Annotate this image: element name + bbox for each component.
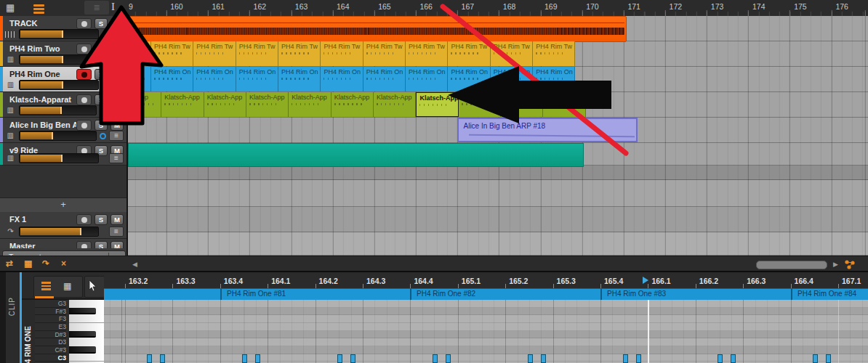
playhead-marker[interactable] [643,277,648,284]
arrangement-clip[interactable]: Klatsch-App [204,92,246,117]
midi-note-c3[interactable] [718,354,723,363]
track-row-track[interactable]: TRACKSM [0,16,126,41]
midi-note-c3[interactable] [813,354,818,363]
track-row-v9-ride[interactable]: v9 RideSM▥≡ [0,143,126,166]
track-menu-button[interactable]: ≡ [109,153,124,163]
audio-clip-v9-ride[interactable] [128,143,584,167]
volume-slider[interactable] [19,29,99,39]
editor-clip-segment[interactable]: PH4 Rim One #81 [220,289,410,301]
audio-clip[interactable] [128,16,627,42]
mute-button[interactable]: M [110,18,124,29]
arrangement-clip[interactable]: Klatsch-App [161,92,204,117]
mute-button[interactable]: M [110,44,124,54]
black-key-cs3[interactable] [69,346,96,354]
track-row-klatsch-apparat[interactable]: Klatsch-ApparatSM▥≡ [0,92,126,118]
solo-button[interactable]: S [95,44,108,54]
arrangement-clip[interactable] [128,41,151,66]
solo-button[interactable]: S [95,18,108,29]
drum-grid-tab-icon[interactable]: ▦ [63,281,71,291]
editor-clip-header-bar[interactable]: PH4 Rim One #81PH4 Rim One #82PH4 Rim On… [104,288,868,301]
record-arm-button[interactable] [76,44,92,54]
arrangement-clip[interactable]: PH4 Rim Tw [448,41,490,66]
piano-keyboard[interactable] [69,300,104,363]
track-menu-button[interactable]: ≡ [109,105,124,115]
arrangement-clip[interactable]: Klatsch-App [543,92,585,117]
record-arm-button[interactable] [76,69,92,80]
arrangement-clip[interactable]: PH4 Rim Tw [278,41,321,66]
editor-clip-segment[interactable]: PH4 Rim One #84 [791,289,868,301]
midi-note-c3[interactable] [731,354,736,363]
arrangement-clip[interactable]: PH4 Rim Tw [236,41,278,66]
solo-button[interactable]: S [95,69,108,80]
editor-clip-segment[interactable]: PH4 Rim One #83 [600,289,791,301]
ibeam-tool-icon[interactable]: I [111,1,115,13]
arrangement-clip[interactable]: Klatsch-App [246,92,289,117]
scroll-right-icon[interactable]: ▶ [833,261,838,268]
midi-note-c3[interactable] [255,354,260,363]
close-icon[interactable]: × [61,258,66,269]
midi-note-c3[interactable] [446,354,451,363]
black-key-fs3[interactable] [69,308,96,315]
solo-button[interactable]: S [95,94,108,105]
pointer-tool-button[interactable] [84,276,105,298]
arrangement-clip[interactable]: Klatsch-App [459,92,501,117]
midi-note-c3[interactable] [541,354,546,363]
record-arm-button[interactable] [76,214,92,225]
arrangement-clip[interactable]: PH4 Rim On [363,67,406,91]
note-editor-tab-icon[interactable] [41,282,51,292]
track-menu-button[interactable]: ≡ [109,227,124,237]
volume-slider[interactable] [19,153,99,163]
arrangement-clip[interactable]: h-App [128,92,161,117]
track-row-ph4-rim-one[interactable]: PH4 Rim OneSM▥ [0,67,126,92]
arrangement-clip[interactable]: PH4 Rim Tw [491,41,533,66]
arrangement-clip[interactable]: Or [128,67,151,91]
arrangement-clip[interactable]: PH4 Rim Tw [193,41,236,66]
volume-slider[interactable] [19,54,99,65]
arrangement-clip[interactable]: PH4 Rim Tw [406,41,448,66]
midi-note-c3[interactable] [242,354,247,363]
arrangement-clip[interactable]: Klatsch-App [416,92,458,117]
arrangement-clip[interactable]: PH4 Rim On [278,67,321,91]
arrangement-timeline-ruler[interactable]: 9160161162163164165166167168169170171172… [128,0,868,17]
arrangement-area[interactable]: PH4 Rim TwPH4 Rim TwPH4 Rim TwPH4 Rim Tw… [128,16,868,256]
arrangement-clip[interactable]: PH4 Rim On [321,67,363,91]
midi-note-c3[interactable] [337,354,342,363]
arrangement-clip[interactable]: PH4 Rim On [448,67,490,91]
editor-clip-segment[interactable] [104,289,220,301]
arrangement-clip[interactable]: Klatsch-App [331,92,374,117]
chevron-down-icon[interactable]: ▾ [121,5,124,11]
midi-note-c3[interactable] [623,354,628,363]
clip-panel-tab[interactable]: CLIP [6,272,20,363]
arrangement-clip[interactable]: PH4 Rim Tw [533,41,575,66]
volume-slider[interactable] [19,227,99,237]
track-row-ph4-rim-two[interactable]: PH4 Rim TwoSM▥ [0,41,126,67]
arrangement-clip[interactable]: PH4 Rim On [533,67,575,91]
mute-button[interactable]: M [110,120,124,131]
arrangement-clip[interactable]: PH4 Rim Tw [363,41,406,66]
arrangement-clip[interactable]: PH4 Rim On [491,67,533,91]
swap-arrows-icon[interactable]: ⇄ [6,258,13,269]
mute-button[interactable]: M [110,94,124,105]
midi-note-c3[interactable] [826,354,831,363]
midi-note-c3[interactable] [160,354,165,363]
add-track-row[interactable]: + [0,197,126,213]
midi-note-c3[interactable] [350,354,355,363]
record-arm-button[interactable] [76,18,92,29]
mute-button[interactable]: M [110,214,124,225]
scroll-left-icon[interactable]: ◀ [132,261,137,268]
black-key-ds3[interactable] [69,331,96,338]
arrangement-clip[interactable]: PH4 Rim On [406,67,448,91]
arrangement-clip[interactable]: PH4 Rim On [193,67,236,91]
arrangement-clip[interactable]: PH4 Rim On [151,67,193,91]
arrangement-clip[interactable]: Klatsch-App [289,92,331,117]
track-row-alice-in-big-ben-arp[interactable]: Alice In Big Ben ARPSM▥≡ [0,118,126,143]
layers-button[interactable]: ≣ [84,1,109,15]
volume-slider[interactable] [19,105,97,115]
solo-button[interactable]: S [95,120,108,131]
molecule-icon[interactable] [843,259,856,270]
midi-note-c3[interactable] [147,354,152,363]
undo-arrow-icon[interactable]: ↷ [42,258,49,269]
midi-note-c3[interactable] [528,354,533,363]
record-arm-button[interactable] [76,120,92,131]
grid-icon[interactable]: ▦ [24,258,32,269]
